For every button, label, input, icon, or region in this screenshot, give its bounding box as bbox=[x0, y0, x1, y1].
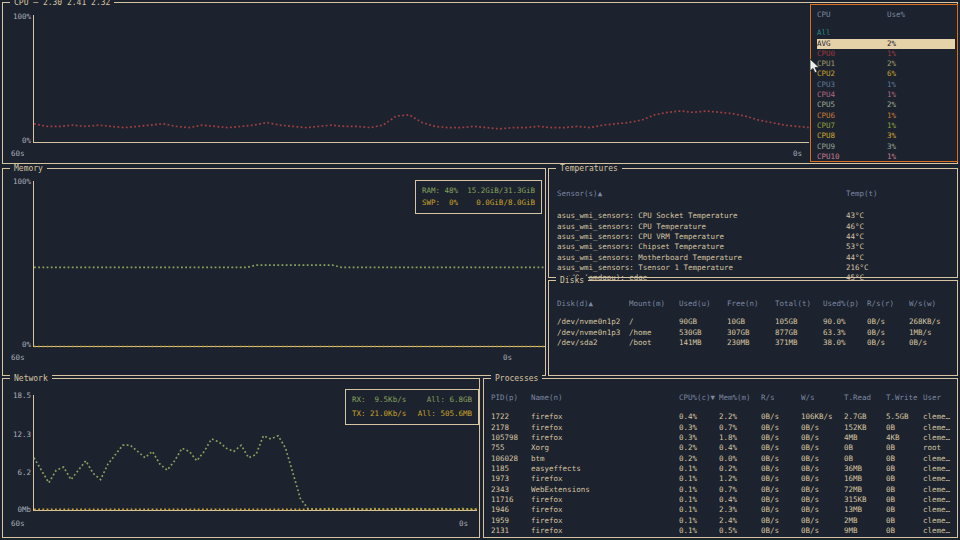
cpu-legend-row[interactable]: CPU01% bbox=[817, 49, 955, 59]
cell: root bbox=[923, 443, 955, 453]
cell: PID(p) bbox=[491, 393, 531, 403]
process-row[interactable]: 2178firefox0.3%0.7%0B/s0B/s152KB0Bcleme… bbox=[491, 423, 955, 433]
cell: 0B/s bbox=[801, 423, 844, 433]
process-row[interactable]: 755Xorg0.2%0.4%0B/s0B/s0B0Broot bbox=[491, 443, 955, 453]
rx-total-label: All: 6.8GB bbox=[427, 394, 472, 406]
cell: 0B/s bbox=[761, 516, 801, 526]
disk-row-header[interactable]: Disk(d)▲Mount(m)Used(u)Free(n)Total(t)Us… bbox=[557, 299, 953, 309]
cpu-legend-row[interactable]: CPU31% bbox=[817, 80, 955, 90]
cell: firefox bbox=[531, 423, 679, 433]
cpu-legend-row[interactable]: All bbox=[817, 28, 955, 38]
cpu-legend-row[interactable]: CPU41% bbox=[817, 90, 955, 100]
disk-row[interactable]: /dev/sda2/boot141MB230MB371MB38.0%0B/s0B… bbox=[557, 338, 953, 348]
cell: User bbox=[923, 393, 955, 403]
temperature-row[interactable]: asus_wmi_sensors: CPU Temperature46°C bbox=[557, 222, 953, 232]
disk-row[interactable]: /dev/nvme0n1p2/90GB10GB105GB90.0%0B/s268… bbox=[557, 317, 953, 327]
cell: 13MB bbox=[844, 505, 886, 515]
process-row[interactable]: 2343WebExtensions0.1%0.7%0B/s0B/s72MB0Bc… bbox=[491, 485, 955, 495]
cell: 268KB/s bbox=[909, 317, 953, 327]
cpu-legend-row[interactable]: CPU93% bbox=[817, 142, 955, 152]
temperatures-panel-title: Temperatures bbox=[556, 164, 622, 173]
cell: 1% bbox=[887, 152, 955, 162]
process-row[interactable]: 1973firefox0.1%1.2%0B/s0B/s16MB0Bcleme… bbox=[491, 474, 955, 484]
cpu-usage-chart[interactable] bbox=[33, 15, 809, 143]
cell: 2.7GB bbox=[844, 412, 886, 422]
process-row[interactable]: 105798firefox0.3%1.8%0B/s0B/s4MB4KBcleme… bbox=[491, 433, 955, 443]
disk-row[interactable]: /dev/nvme0n1p3/home530GB307GB877GB63.3%0… bbox=[557, 328, 953, 338]
cell: 0B/s bbox=[761, 526, 801, 536]
network-panel-title: Network bbox=[10, 374, 52, 383]
cpu-legend-row[interactable]: CPU101% bbox=[817, 152, 955, 162]
cpu-legend-row[interactable]: CPU61% bbox=[817, 111, 955, 121]
cpu-legend-row[interactable]: CPU52% bbox=[817, 100, 955, 110]
cell: 0B bbox=[886, 526, 923, 536]
cpu-usage-graph bbox=[34, 15, 810, 143]
cell: R/s bbox=[761, 393, 801, 403]
cell: 1.2% bbox=[719, 474, 761, 484]
ram-usage-label: RAM: 48% bbox=[422, 185, 458, 197]
cpu-core-legend-panel[interactable]: CPUUse%AllAVG2%CPU01%CPU12%CPU26%CPU31%C… bbox=[810, 4, 958, 162]
temperature-row[interactable]: asus_wmi_sensors: Motherboard Temperatur… bbox=[557, 253, 953, 263]
memory-panel[interactable]: Memory 100% 0% 60s 0s RAM: 48% 15.2GiB/3… bbox=[2, 168, 546, 376]
process-row[interactable]: 11716firefox0.1%0.4%0B/s0B/s315KB0Bcleme… bbox=[491, 495, 955, 505]
cell: 16MB bbox=[844, 474, 886, 484]
cell: CPU%(c)▼ bbox=[679, 393, 719, 403]
cell: 9MB bbox=[844, 526, 886, 536]
cell: asus_wmi_sensors: Tsensor 1 Temperature bbox=[557, 263, 846, 273]
temperature-row[interactable]: asus_wmi_sensors: CPU Socket Temperature… bbox=[557, 211, 953, 221]
cell: Disk(d)▲ bbox=[557, 299, 629, 309]
cpu-legend-row[interactable]: CPU83% bbox=[817, 131, 955, 141]
process-row[interactable]: 1185easyeffects0.1%0.2%0B/s0B/s36MB0Bcle… bbox=[491, 464, 955, 474]
cell: 90GB bbox=[679, 317, 727, 327]
process-row-header[interactable]: PID(p)Name(n)CPU%(c)▼Mem%(m)R/sW/sT.Read… bbox=[491, 393, 955, 403]
process-row[interactable]: 106028btm0.2%0.0%0B/s0B/s0B0Bcleme… bbox=[491, 454, 955, 464]
cell: cleme… bbox=[923, 454, 955, 464]
temperature-row-header[interactable]: Sensor(s)▲Temp(t) bbox=[557, 189, 953, 199]
network-panel[interactable]: Network 18.5 12.3 6.2 0Mb 60s 0s RX: 9.5… bbox=[2, 378, 480, 538]
cpu-legend-row-header[interactable]: CPUUse% bbox=[817, 10, 955, 20]
cell: 3% bbox=[887, 142, 955, 152]
processes-panel[interactable]: Processes PID(p)Name(n)CPU%(c)▼Mem%(m)R/… bbox=[483, 378, 958, 538]
cell: 0B bbox=[886, 454, 923, 464]
cell: 0B/s bbox=[761, 464, 801, 474]
process-row[interactable]: 1722firefox0.4%2.2%0B/s106KB/s2.7GB5.5GB… bbox=[491, 412, 955, 422]
cell: / bbox=[629, 317, 679, 327]
cell: 0.1% bbox=[679, 464, 719, 474]
cell: 0B/s bbox=[801, 495, 844, 505]
cell: 0B/s bbox=[801, 433, 844, 443]
cell: 0B/s bbox=[801, 443, 844, 453]
temperature-row[interactable]: asus_wmi_sensors: CPU VRM Temperature44°… bbox=[557, 232, 953, 242]
cell: Mem%(m) bbox=[719, 393, 761, 403]
network-legend-box: RX: 9.5Kb/s All: 6.8GB TX: 21.0Kb/s All:… bbox=[345, 389, 479, 425]
cell: 1% bbox=[887, 49, 955, 59]
network-y-label-0: 0Mb bbox=[5, 505, 31, 514]
cell: 1959 bbox=[491, 516, 531, 526]
cell: 0B/s bbox=[761, 433, 801, 443]
cpu-x-right-label: 0s bbox=[793, 149, 802, 158]
memory-legend-box: RAM: 48% 15.2GiB/31.3GiB SWP: 0% 0.0GiB/… bbox=[415, 180, 542, 214]
cpu-legend-row[interactable]: AVG2% bbox=[817, 39, 955, 49]
cpu-legend-row[interactable]: CPU71% bbox=[817, 121, 955, 131]
cell: firefox bbox=[531, 433, 679, 443]
network-y-label-1: 6.2 bbox=[5, 468, 31, 477]
process-row[interactable]: 1959firefox0.1%2.4%0B/s0B/s2MB0Bcleme… bbox=[491, 516, 955, 526]
cell: CPU10 bbox=[817, 152, 887, 162]
cpu-legend-row[interactable]: CPU12% bbox=[817, 59, 955, 69]
cell: 6% bbox=[887, 69, 955, 79]
temperatures-panel[interactable]: Temperatures Sensor(s)▲Temp(t)asus_wmi_s… bbox=[548, 168, 958, 278]
temperature-row[interactable]: asus_wmi_sensors: Tsensor 1 Temperature2… bbox=[557, 263, 953, 273]
process-row[interactable]: 2131firefox0.1%0.5%0B/s0B/s9MB0Bcleme… bbox=[491, 526, 955, 536]
cell: 5.5GB bbox=[886, 412, 923, 422]
cell: CPU5 bbox=[817, 100, 887, 110]
cell: cleme… bbox=[923, 526, 955, 536]
disks-panel[interactable]: Disks Disk(d)▲Mount(m)Used(u)Free(n)Tota… bbox=[548, 280, 958, 376]
temperature-row[interactable]: asus_wmi_sensors: Chipset Temperature53°… bbox=[557, 242, 953, 252]
process-row[interactable]: 1946firefox0.1%2.3%0B/s0B/s13MB0Bcleme… bbox=[491, 505, 955, 515]
tx-legend-row: TX: 21.0Kb/s All: 505.6MB bbox=[352, 408, 472, 420]
tx-rate-label: TX: 21.0Kb/s bbox=[352, 408, 406, 420]
cell: cleme… bbox=[923, 464, 955, 474]
cell: 2.4% bbox=[719, 516, 761, 526]
network-x-right-label: 0s bbox=[459, 519, 468, 528]
cpu-legend-row[interactable]: CPU26% bbox=[817, 69, 955, 79]
ram-legend-row: RAM: 48% 15.2GiB/31.3GiB bbox=[422, 185, 535, 197]
